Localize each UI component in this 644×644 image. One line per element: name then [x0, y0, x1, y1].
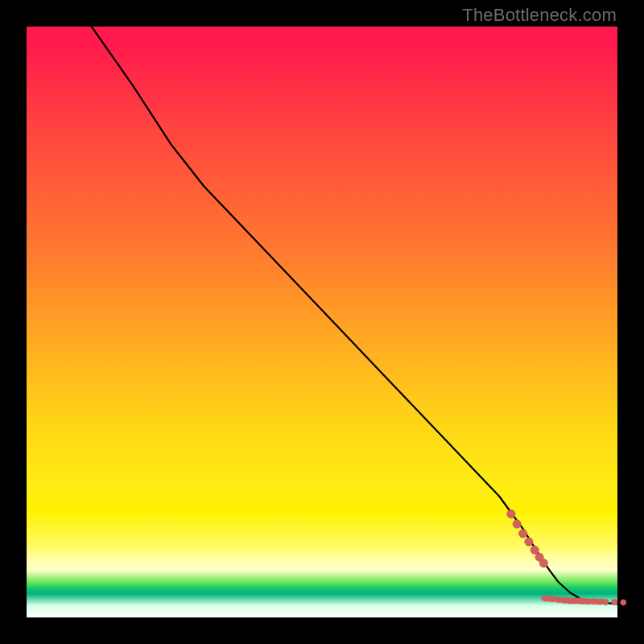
data-dot: [621, 600, 626, 605]
chart-stage: TheBottleneck.com: [0, 0, 644, 644]
watermark-text: TheBottleneck.com: [462, 5, 617, 26]
plot-area: [27, 27, 617, 617]
